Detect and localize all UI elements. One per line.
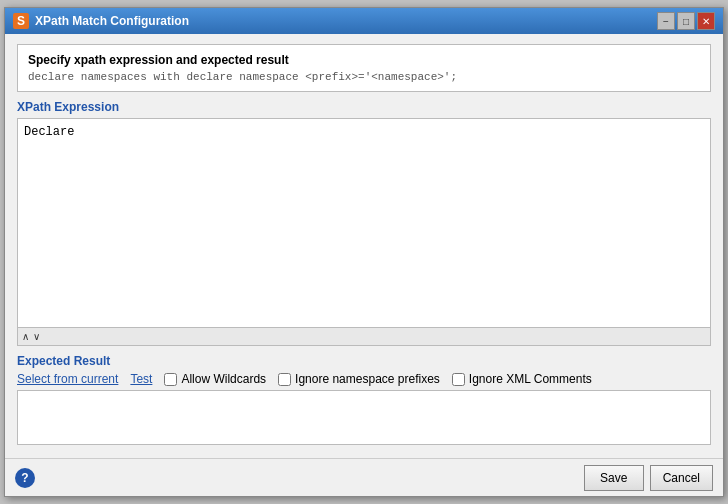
ignore-xml-comments-checkbox[interactable]	[452, 373, 465, 386]
xpath-textarea-container: ∧ ∨	[17, 118, 711, 346]
window-title: XPath Match Configuration	[35, 14, 657, 28]
test-button[interactable]: Test	[130, 372, 152, 386]
xpath-textarea[interactable]	[18, 119, 710, 327]
allow-wildcards-checkbox[interactable]	[164, 373, 177, 386]
app-icon: S	[13, 13, 29, 29]
main-window: S XPath Match Configuration − □ ✕ Specif…	[4, 7, 724, 497]
maximize-button[interactable]: □	[677, 12, 695, 30]
expected-textarea[interactable]	[17, 390, 711, 445]
ignore-namespace-checkbox[interactable]	[278, 373, 291, 386]
instruction-title: Specify xpath expression and expected re…	[28, 53, 700, 67]
allow-wildcards-label: Allow Wildcards	[181, 372, 266, 386]
close-button[interactable]: ✕	[697, 12, 715, 30]
expected-controls: Select from current Test Allow Wildcards…	[17, 372, 711, 386]
instruction-text: declare namespaces with declare namespac…	[28, 71, 700, 83]
select-from-current-button[interactable]: Select from current	[17, 372, 118, 386]
xpath-section-header: XPath Expression	[17, 100, 711, 114]
ignore-xml-comments-label: Ignore XML Comments	[469, 372, 592, 386]
title-bar: S XPath Match Configuration − □ ✕	[5, 8, 723, 34]
save-button[interactable]: Save	[584, 465, 644, 491]
expected-section-header: Expected Result	[17, 354, 711, 368]
bottom-bar: ? Save Cancel	[5, 458, 723, 496]
xpath-section: XPath Expression ∧ ∨	[17, 100, 711, 346]
bottom-buttons: Save Cancel	[584, 465, 713, 491]
minimize-button[interactable]: −	[657, 12, 675, 30]
cancel-button[interactable]: Cancel	[650, 465, 713, 491]
arrow-up-icon[interactable]: ∧	[22, 331, 29, 342]
instruction-box: Specify xpath expression and expected re…	[17, 44, 711, 92]
allow-wildcards-group: Allow Wildcards	[164, 372, 266, 386]
title-bar-buttons: − □ ✕	[657, 12, 715, 30]
ignore-namespace-label: Ignore namespace prefixes	[295, 372, 440, 386]
help-button[interactable]: ?	[15, 468, 35, 488]
textarea-toolbar: ∧ ∨	[18, 327, 710, 345]
ignore-xml-comments-group: Ignore XML Comments	[452, 372, 592, 386]
content-area: Specify xpath expression and expected re…	[5, 34, 723, 458]
arrow-down-icon[interactable]: ∨	[33, 331, 40, 342]
expected-section: Expected Result Select from current Test…	[17, 354, 711, 448]
ignore-namespace-group: Ignore namespace prefixes	[278, 372, 440, 386]
